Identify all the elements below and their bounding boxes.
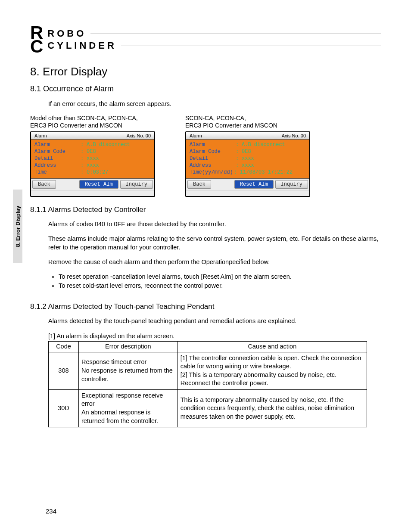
cell-code: 308 — [49, 352, 79, 389]
alarm-row: Address:xxxx — [34, 162, 151, 169]
alarm-table-caption: [1] An alarm is displayed on the alarm s… — [48, 332, 381, 341]
back-button[interactable]: Back — [187, 180, 211, 189]
cell-cause: This is a temporary abnormality caused b… — [177, 389, 367, 427]
alarm-screen-left-body: Alarm:A.B disconnect Alarm Code:0E8 Deta… — [31, 140, 154, 178]
alarm-screen-left-title: Alarm — [34, 133, 47, 138]
alarm-row: Alarm:A.B disconnect — [190, 141, 306, 148]
cell-code: 30D — [49, 389, 79, 427]
text-8-1-2-p1: Alarms detected by the touch-panel teach… — [48, 317, 381, 326]
alarm-screen-left-label: Model other than SCON-CA, PCON-CA, ERC3 … — [30, 115, 168, 130]
alarm-screen-right-buttons: Back Reset Alm Inquiry — [186, 178, 309, 190]
alarm-screen-right-titlebar: Alarm Axis No. 00 — [186, 132, 309, 140]
brand-word-cylinder: CYLINDER — [47, 40, 116, 51]
section-8-1-2-heading: 8.1.2 Alarms Detected by Touch-panel Tea… — [30, 302, 381, 311]
reset-alarm-button[interactable]: Reset Alm — [79, 180, 118, 189]
side-section-tab-label: 8. Error Display — [15, 205, 21, 247]
th-cause: Cause and action — [177, 342, 367, 352]
alarm-screen-right-footer — [186, 190, 309, 196]
list-item: To reset operation -cancellation level a… — [59, 273, 381, 281]
alarm-screen-right-label: SCON-CA, PCON-CA, ERC3 PIO Converter and… — [185, 115, 323, 130]
alarm-row: Alarm Code:0E8 — [34, 148, 151, 155]
brand-words: ROBO CYLINDER — [47, 28, 381, 51]
alarm-screen-right-column: SCON-CA, PCON-CA, ERC3 PIO Converter and… — [185, 115, 323, 197]
alarm-row: Detail:xxxx — [34, 155, 151, 162]
alarm-row: Alarm Code:0E8 — [190, 148, 306, 155]
brand-rule-top — [90, 33, 381, 34]
text-8-1-1-p1: Alarms of codes 040 to 0FF are those det… — [48, 220, 381, 229]
alarm-screen-right: Alarm Axis No. 00 Alarm:A.B disconnect A… — [185, 131, 310, 197]
brand-rule-bot — [121, 45, 381, 46]
table-header-row: Code Error description Cause and action — [49, 342, 367, 352]
alarm-table: Code Error description Cause and action … — [48, 341, 367, 427]
cell-cause: [1] The controller connection cable is o… — [177, 352, 367, 389]
alarm-row: Detail:xxxx — [190, 155, 306, 162]
reset-alarm-button[interactable]: Reset Alm — [234, 180, 274, 189]
table-row: 308 Response timeout error No response i… — [49, 352, 367, 389]
brand-initials: R C — [30, 26, 42, 53]
text-8-1-1-p3: Remove the cause of each alarm and then … — [48, 258, 381, 267]
alarm-row: Address:xxxx — [190, 162, 306, 169]
inquiry-button[interactable]: Inquiry — [275, 180, 308, 189]
th-desc: Error description — [78, 342, 177, 352]
alarm-screen-left-footer — [31, 190, 154, 196]
chapter-heading: 8. Error Display — [30, 65, 381, 78]
cell-desc: Response timeout error No response is re… — [78, 352, 177, 389]
alarm-row: Time(yy/mm/dd):11/08/03 17:21:22 — [190, 169, 306, 176]
alarm-screen-left-column: Model other than SCON-CA, PCON-CA, ERC3 … — [30, 115, 168, 197]
brand-logo: R C ROBO CYLINDER — [30, 26, 381, 53]
page-number: 234 — [46, 507, 56, 515]
alarm-screen-left-axis: Axis No. 00 — [127, 133, 151, 138]
alarm-screens-row: Model other than SCON-CA, PCON-CA, ERC3 … — [30, 115, 381, 197]
alarm-screen-left-buttons: Back Reset Alm Inquiry — [31, 178, 154, 190]
alarm-screen-right-title: Alarm — [190, 133, 202, 138]
brand-initial-c: C — [30, 40, 42, 53]
text-8-1-1-p2: These alarms include major alarms relati… — [48, 235, 381, 252]
brand-word-robo: ROBO — [47, 28, 86, 39]
table-row: 30D Exceptional response receive error A… — [49, 389, 367, 427]
cell-desc: Exceptional response receive error An ab… — [78, 389, 177, 427]
reset-steps-list: To reset operation -cancellation level a… — [59, 273, 381, 290]
list-item: To reset cold-start level errors, reconn… — [59, 282, 381, 290]
alarm-row: Alarm:A.B disconnect — [34, 141, 151, 148]
alarm-row: Time: 0:03:27 — [34, 169, 151, 176]
section-8-1-intro: If an error occurs, the alarm screen app… — [48, 100, 381, 109]
inquiry-button[interactable]: Inquiry — [120, 180, 153, 189]
alarm-screen-left-titlebar: Alarm Axis No. 00 — [31, 132, 154, 140]
side-section-tab: 8. Error Display — [13, 190, 22, 263]
alarm-screen-left: Alarm Axis No. 00 Alarm:A.B disconnect A… — [30, 131, 155, 197]
th-code: Code — [49, 342, 79, 352]
alarm-screen-right-axis: Axis No. 00 — [282, 133, 306, 138]
back-button[interactable]: Back — [32, 180, 56, 189]
section-8-1-1-heading: 8.1.1 Alarms Detected by Controller — [30, 205, 381, 214]
alarm-screen-right-body: Alarm:A.B disconnect Alarm Code:0E8 Deta… — [186, 140, 309, 178]
section-8-1-heading: 8.1 Occurrence of Alarm — [30, 84, 381, 93]
